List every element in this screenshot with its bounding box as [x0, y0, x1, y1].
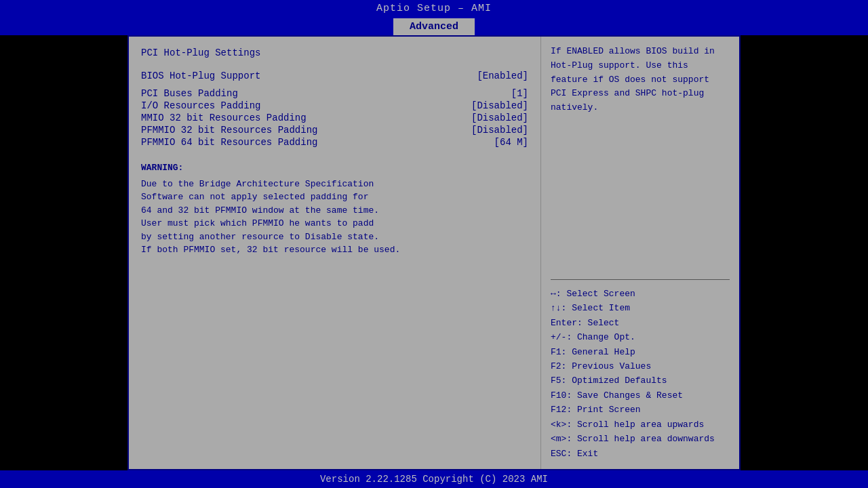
- setting-value-pfmmio32: [Disabled]: [471, 125, 528, 136]
- setting-label-pfmmio64: PFMMIO 64 bit Resources Padding: [141, 137, 317, 148]
- setting-row-io-resources[interactable]: I/O Resources Padding [Disabled]: [141, 100, 528, 111]
- right-panel: If ENABLED allows BIOS build in Hot-Plug…: [541, 37, 739, 469]
- warning-line-1: Software can not apply selected padding …: [141, 190, 528, 204]
- shortcut-7: F10: Save Changes & Reset: [551, 388, 730, 403]
- setting-value-io-resources: [Disabled]: [471, 100, 528, 111]
- bottom-bar: Version 2.22.1285 Copyright (C) 2023 AMI: [0, 470, 868, 488]
- setting-label-pfmmio32: PFMMIO 32 bit Resources Padding: [141, 125, 317, 136]
- shortcut-0: ↔: Select Screen: [551, 287, 730, 301]
- warning-line-2: 64 and 32 bit PFMMIO window at the same …: [141, 204, 528, 218]
- setting-row-pfmmio32[interactable]: PFMMIO 32 bit Resources Padding [Disable…: [141, 125, 528, 136]
- setting-label-mmio32: MMIO 32 bit Resources Padding: [141, 113, 307, 123]
- setting-row-pfmmio64[interactable]: PFMMIO 64 bit Resources Padding [64 M]: [141, 137, 528, 148]
- setting-label-io-resources: I/O Resources Padding: [141, 100, 260, 111]
- shortcut-3: +/-: Change Opt.: [551, 330, 730, 344]
- tab-advanced[interactable]: Advanced: [393, 18, 475, 35]
- section-title: PCI Hot-Plug Settings: [141, 47, 528, 58]
- setting-value-pfmmio64: [64 M]: [494, 137, 528, 148]
- shortcut-4: F1: General Help: [551, 345, 730, 359]
- setting-row-pci-buses[interactable]: PCI Buses Padding [1]: [141, 88, 528, 99]
- title-text: Aptio Setup – AMI: [376, 3, 492, 14]
- setting-label-pci-buses: PCI Buses Padding: [141, 88, 238, 99]
- shortcut-6: F5: Optimized Defaults: [551, 373, 730, 388]
- setting-label-bios-hotplug: BIOS Hot-Plug Support: [141, 70, 260, 81]
- setting-value-bios-hotplug: [Enabled]: [477, 70, 528, 81]
- warning-line-4: by setting another resource to Disable s…: [141, 230, 528, 244]
- menu-bar: Advanced: [0, 17, 868, 35]
- setting-value-pci-buses: [1]: [511, 88, 528, 99]
- shortcut-8: F12: Print Screen: [551, 403, 730, 417]
- shortcut-5: F2: Previous Values: [551, 359, 730, 373]
- shortcuts: ↔: Select Screen ↑↓: Select Item Enter: …: [551, 287, 730, 461]
- shortcut-2: Enter: Select: [551, 316, 730, 330]
- divider: [551, 279, 730, 280]
- setting-value-mmio32: [Disabled]: [471, 113, 528, 123]
- shortcut-11: ESC: Exit: [551, 447, 730, 461]
- main-content: PCI Hot-Plug Settings BIOS Hot-Plug Supp…: [127, 35, 741, 470]
- title-bar: Aptio Setup – AMI: [0, 0, 868, 17]
- warning-line-0: Due to the Bridge Architecture Specifica…: [141, 178, 528, 191]
- shortcut-10: <m>: Scroll help area downwards: [551, 432, 730, 446]
- help-text: If ENABLED allows BIOS build in Hot-Plug…: [551, 45, 730, 272]
- warning-section: WARNING: Due to the Bridge Architecture …: [141, 161, 528, 257]
- setting-row-mmio32[interactable]: MMIO 32 bit Resources Padding [Disabled]: [141, 113, 528, 123]
- setting-row-bios-hotplug: BIOS Hot-Plug Support [Enabled]: [141, 70, 528, 81]
- warning-line-3: User must pick which PFMMIO he wants to …: [141, 217, 528, 230]
- warning-title: WARNING:: [141, 161, 528, 175]
- left-panel: PCI Hot-Plug Settings BIOS Hot-Plug Supp…: [129, 37, 541, 469]
- shortcut-9: <k>: Scroll help area upwards: [551, 418, 730, 432]
- warning-line-5: If both PFMMIO set, 32 bit resource will…: [141, 243, 528, 257]
- version-text: Version 2.22.1285 Copyright (C) 2023 AMI: [320, 474, 548, 485]
- shortcut-1: ↑↓: Select Item: [551, 301, 730, 315]
